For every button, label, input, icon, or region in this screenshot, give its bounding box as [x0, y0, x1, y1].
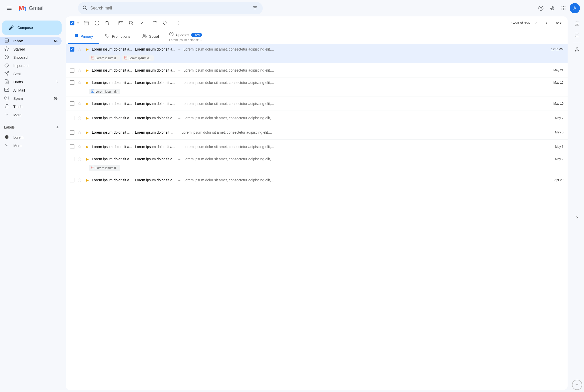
sidebar-item-snoozed[interactable]: Snoozed — [0, 53, 62, 62]
email-checkbox[interactable] — [70, 157, 74, 161]
right-panel-separator — [573, 42, 581, 42]
tab-primary[interactable]: Primary — [68, 30, 99, 44]
important-marker-icon: ▶ — [85, 68, 90, 73]
table-row[interactable]: ☆ ▶ Lorem ipsum dolor sit a... Lorem ips… — [66, 63, 568, 77]
sidebar-item-labels-more[interactable]: More — [0, 142, 62, 150]
important-marker-icon: ▶ — [85, 156, 90, 162]
avatar[interactable]: A — [570, 3, 580, 13]
add-button[interactable]: + — [572, 380, 582, 390]
table-row[interactable]: ☆ ▶ Lorem ipsum dolor sit a... Lorem ips… — [66, 173, 568, 187]
sidebar-item-spam[interactable]: Spam 59 — [0, 94, 62, 103]
sidebar-item-inbox[interactable]: Inbox 56 — [0, 37, 62, 45]
delete-button[interactable] — [103, 18, 112, 28]
table-row[interactable]: ☆ ▶ Lorem ipsum dolor sit ... 2 Lorem ip… — [66, 125, 568, 140]
email-checkbox[interactable] — [70, 101, 74, 106]
table-row[interactable]: ☆ ▶ Lorem ipsum dolor sit a... Lorem ips… — [66, 96, 568, 111]
spam-label: Spam — [13, 96, 50, 101]
toolbar-divider-3 — [172, 20, 172, 26]
move-to-button[interactable] — [150, 18, 160, 28]
tab-promotions[interactable]: Promotions — [99, 30, 136, 44]
email-subject: Lorem ipsum dolor sit a... — [135, 68, 175, 72]
svg-point-4 — [83, 6, 86, 9]
more-actions-button[interactable] — [174, 18, 183, 28]
attachment-chip[interactable]: PDF Lorem ipsum d... — [89, 55, 120, 61]
attachment-chip[interactable]: Lorem ipsum d... — [89, 89, 120, 94]
mark-unread-button[interactable] — [116, 18, 125, 28]
sort-button[interactable]: De ▾ — [552, 20, 563, 26]
tab-social[interactable]: Social — [136, 30, 165, 44]
email-checkbox[interactable] — [70, 144, 74, 149]
svg-point-14 — [562, 9, 562, 10]
table-row[interactable]: ☆ ▶ Lorem ipsum dolor sit a... Lorem ips… — [66, 154, 568, 173]
star-button[interactable]: ☆ — [76, 129, 83, 135]
star-button[interactable]: ☆ — [76, 101, 83, 107]
sidebar-item-trash[interactable]: Trash — [0, 103, 62, 111]
search-input[interactable] — [90, 6, 248, 11]
email-checkbox[interactable] — [70, 47, 74, 52]
help-button[interactable]: ? — [536, 3, 546, 13]
sidebar-item-important[interactable]: Important — [0, 62, 62, 70]
email-snippet: Lorem ipsum dolor sit amet, consectetur … — [183, 47, 546, 51]
email-row-main: ☆ ▶ Lorem ipsum dolor sit a... Lorem ips… — [70, 156, 563, 162]
attachment-chip[interactable]: PDF Lorem ipsum d... — [89, 165, 120, 171]
star-button[interactable]: ☆ — [76, 156, 83, 162]
menu-button[interactable] — [4, 3, 14, 13]
pagination-prev-button[interactable] — [532, 19, 540, 27]
snoozed-icon — [4, 54, 9, 61]
table-row[interactable]: ☆ ▶ Lorem ipsum dolor sit a... Lorem ips… — [66, 140, 568, 154]
table-row[interactable]: ☆ ▶ Lorem ipsum dolor sit a... Lorem ips… — [66, 44, 568, 63]
gmail-logo[interactable]: M Gmail — [17, 3, 43, 13]
star-button[interactable]: ☆ — [76, 67, 83, 73]
report-spam-button[interactable] — [92, 18, 102, 28]
attachment-chip[interactable]: PDF Lorem ipsum d... — [122, 55, 153, 61]
sidebar-item-lorem-label[interactable]: Lorem — [0, 133, 62, 142]
updates-preview: Lorem ipsum dolor sit ... — [169, 38, 212, 42]
star-button[interactable]: ☆ — [76, 46, 83, 52]
sidebar-item-all-mail[interactable]: All Mail — [0, 86, 62, 94]
star-button[interactable]: ☆ — [76, 80, 83, 86]
email-date: May 2 — [548, 157, 563, 161]
tasks-button[interactable] — [572, 30, 582, 40]
search-options-button[interactable] — [251, 4, 259, 13]
star-button[interactable]: ☆ — [76, 177, 83, 183]
table-row[interactable]: ☆ ▶ Lorem ipsum dolor sit a... Lorem ips… — [66, 77, 568, 96]
snooze-button[interactable] — [126, 18, 136, 28]
email-checkbox[interactable] — [70, 68, 74, 73]
drafts-icon — [4, 79, 9, 85]
select-dropdown-button[interactable]: ▾ — [75, 18, 81, 28]
svg-point-24 — [179, 23, 179, 24]
add-label-button[interactable]: + — [53, 123, 62, 131]
svg-rect-0 — [7, 7, 12, 7]
star-button[interactable]: ☆ — [76, 115, 83, 121]
email-subject: Lorem ipsum dolor sit a... — [135, 47, 175, 51]
email-checkbox[interactable] — [70, 178, 74, 182]
right-panel: 31 + — [570, 16, 584, 392]
archive-button[interactable] — [82, 18, 91, 28]
drafts-count: 3 — [56, 80, 57, 84]
email-checkbox[interactable] — [70, 116, 74, 120]
done-button[interactable] — [137, 18, 146, 28]
sidebar-item-starred[interactable]: Starred — [0, 45, 62, 53]
email-sender: Lorem ipsum dolor sit a... — [92, 68, 133, 72]
star-button[interactable]: ☆ — [76, 144, 83, 150]
select-all-checkbox[interactable] — [70, 21, 74, 25]
sidebar-item-more[interactable]: More — [0, 111, 62, 119]
settings-button[interactable] — [547, 3, 557, 13]
tab-updates[interactable]: Updates 3 new Lorem ipsum dolor sit ... — [165, 30, 216, 44]
apps-button[interactable] — [558, 3, 569, 13]
table-row[interactable]: ☆ ▶ Lorem ipsum dolor sit a... Lorem ips… — [66, 111, 568, 125]
email-date: 12:51PM — [548, 47, 563, 51]
calendar-button[interactable]: 31 — [572, 18, 582, 29]
email-snippet: Lorem ipsum dolor sit amet, consectetur … — [183, 81, 546, 85]
expand-button[interactable] — [572, 212, 582, 222]
contacts-button[interactable] — [572, 44, 582, 55]
email-checkbox[interactable] — [70, 130, 74, 135]
search-bar — [78, 2, 263, 14]
email-checkbox[interactable] — [70, 80, 74, 85]
sidebar-item-drafts[interactable]: Drafts 3 — [0, 78, 62, 86]
sidebar-item-sent[interactable]: Sent — [0, 70, 62, 78]
svg-point-23 — [179, 21, 179, 22]
labels-button[interactable] — [161, 18, 170, 28]
compose-button[interactable]: Compose — [2, 21, 62, 35]
pagination-next-button[interactable] — [542, 19, 550, 27]
